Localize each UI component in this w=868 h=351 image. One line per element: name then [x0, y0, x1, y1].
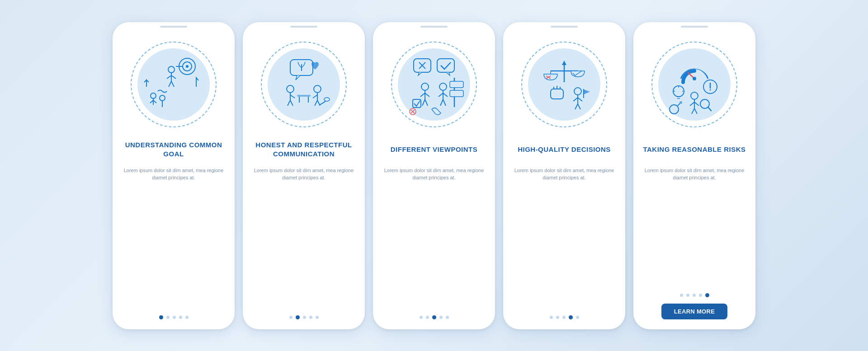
dot-5 [576, 316, 579, 319]
svg-point-78 [710, 89, 711, 90]
svg-rect-49 [450, 81, 463, 88]
svg-point-10 [151, 93, 156, 98]
svg-point-4 [168, 66, 175, 73]
dot-1 [289, 316, 292, 319]
illustration-viewpoints [389, 39, 479, 130]
svg-line-94 [678, 103, 680, 106]
dot-5 [446, 316, 449, 319]
svg-line-45 [443, 93, 448, 97]
svg-point-19 [314, 85, 321, 93]
svg-point-95 [679, 101, 682, 104]
dot-2 [296, 315, 300, 319]
card-4-title: HIGH-QUALITY DECISIONS [518, 138, 611, 161]
card-understanding-common-goal: UNDERSTANDING COMMON GOAL Lorem ipsum do… [113, 22, 235, 329]
svg-point-75 [693, 77, 696, 80]
svg-line-90 [694, 108, 697, 114]
card-5-dots [680, 293, 709, 297]
dot-5 [185, 316, 189, 319]
dot-3 [693, 294, 696, 297]
svg-point-31 [324, 98, 330, 101]
svg-point-42 [439, 83, 447, 90]
illustration-teamwork [128, 39, 219, 130]
card-5-body: Lorem ipsum dolor sit dim amet, mea regi… [642, 167, 747, 286]
svg-line-44 [439, 93, 443, 97]
card-honest-communication: HONEST AND RESPECTFUL COMMUNICATION Lore… [243, 22, 365, 329]
risks-illustration [656, 46, 733, 123]
svg-point-18 [287, 85, 294, 93]
card-5-title: TAKING REASONABLE RISKS [643, 138, 745, 161]
card-3-title: DIFFERENT VIEWPOINTS [391, 138, 478, 161]
dot-2 [686, 294, 689, 297]
svg-point-93 [670, 105, 679, 114]
svg-marker-73 [584, 89, 590, 94]
svg-rect-62 [551, 89, 563, 99]
illustration-communication [259, 39, 349, 130]
svg-point-85 [691, 92, 698, 99]
communication-illustration [265, 46, 342, 123]
illustration-decisions [519, 39, 609, 130]
dot-2 [426, 316, 429, 319]
svg-line-26 [290, 100, 293, 106]
teamwork-illustration [135, 46, 212, 123]
svg-line-38 [420, 93, 425, 97]
card-2-title: HONEST AND RESPECTFUL COMMUNICATION [251, 138, 357, 161]
dot-5 [705, 293, 709, 297]
svg-line-89 [692, 108, 694, 114]
svg-line-68 [573, 98, 578, 101]
dot-4 [569, 315, 573, 319]
dot-1 [680, 294, 683, 297]
dot-1 [550, 316, 553, 319]
dot-3 [303, 316, 306, 319]
learn-more-button[interactable]: LEARN MORE [661, 304, 727, 319]
svg-line-47 [443, 99, 446, 106]
card-4-body: Lorem ipsum dolor sit dim amet, mea regi… [511, 167, 617, 308]
card-4-dots [550, 315, 579, 319]
svg-rect-35 [437, 59, 454, 72]
card-different-viewpoints: DIFFERENT VIEWPOINTS Lorem ipsum dolor s… [373, 22, 495, 329]
dot-1 [420, 316, 423, 319]
viewpoints-illustration [396, 46, 472, 123]
svg-line-70 [575, 104, 578, 109]
svg-rect-50 [450, 90, 463, 97]
card-high-quality-decisions: HIGH-QUALITY DECISIONS Lorem ipsum dolor… [503, 22, 625, 329]
dot-4 [309, 316, 312, 319]
dot-3 [562, 316, 566, 319]
card-1-dots [159, 315, 189, 319]
svg-line-24 [290, 95, 295, 98]
cards-container: UNDERSTANDING COMMON GOAL Lorem ipsum do… [94, 9, 774, 343]
card-1-body: Lorem ipsum dolor sit dim amet, mea regi… [121, 167, 226, 308]
card-taking-risks: TAKING REASONABLE RISKS Lorem ipsum dolo… [633, 22, 755, 329]
svg-point-36 [421, 83, 429, 90]
svg-line-8 [169, 81, 171, 87]
svg-line-71 [578, 104, 580, 109]
dot-3 [432, 315, 436, 319]
svg-line-7 [171, 75, 176, 79]
illustration-risks [649, 39, 740, 130]
svg-point-2 [186, 65, 189, 68]
dot-5 [316, 316, 319, 319]
svg-line-30 [317, 100, 320, 106]
svg-line-6 [167, 75, 171, 79]
card-3-body: Lorem ipsum dolor sit dim amet, mea regi… [381, 167, 487, 308]
svg-point-66 [574, 88, 581, 95]
dot-1 [159, 315, 163, 319]
dot-4 [179, 316, 182, 319]
svg-line-46 [440, 99, 443, 106]
svg-marker-61 [562, 61, 566, 65]
dot-4 [699, 294, 702, 297]
card-1-title: UNDERSTANDING COMMON GOAL [121, 138, 226, 161]
card-2-dots [289, 315, 319, 319]
svg-line-29 [315, 100, 317, 106]
svg-line-88 [694, 102, 699, 106]
svg-line-25 [288, 100, 290, 106]
decisions-illustration [526, 46, 603, 123]
svg-line-9 [171, 81, 174, 87]
svg-line-87 [690, 102, 694, 106]
card-3-dots [420, 315, 449, 319]
svg-rect-20 [297, 95, 311, 97]
svg-line-40 [422, 99, 425, 106]
dot-4 [439, 316, 443, 319]
dot-2 [166, 316, 170, 319]
svg-line-13 [153, 100, 156, 103]
svg-line-39 [425, 93, 429, 97]
